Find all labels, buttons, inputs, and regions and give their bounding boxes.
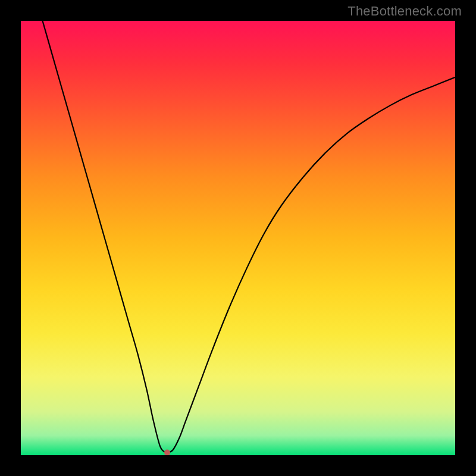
chart-frame: TheBottleneck.com	[0, 0, 476, 476]
watermark-text: TheBottleneck.com	[347, 4, 462, 19]
plot-area	[21, 21, 455, 455]
chart-svg	[21, 21, 455, 455]
chart-background	[21, 21, 455, 455]
